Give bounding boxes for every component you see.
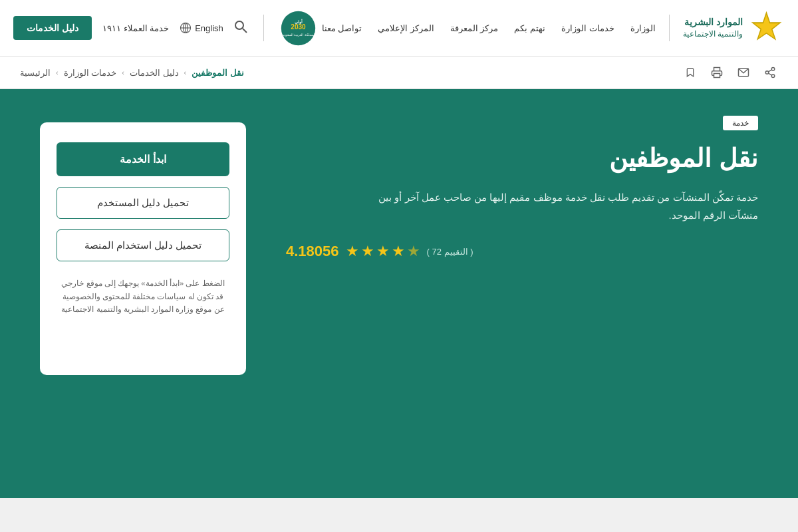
nav-ministry-services[interactable]: خدمات الوزارة [561,23,614,33]
star-4: ★ [392,243,405,260]
breadcrumb-services-guide[interactable]: دليل الخدمات [130,68,179,78]
star-5: ★ [407,243,420,260]
svg-line-16 [768,70,771,72]
breadcrumb-bar: نقل الموظفين › دليل الخدمات › خدمات الوز… [0,57,798,89]
toolbar-icons [682,65,778,80]
svg-point-14 [771,74,775,78]
vision-logo: أولى 2030 لمملكة العربية السعودية [280,10,317,47]
action-card: ابدأ الخدمة تحميل دليل المستخدم تحميل دل… [40,122,246,375]
header-left: أولى 2030 لمملكة العربية السعودية Englis… [13,10,317,47]
svg-text:2030: 2030 [291,23,306,31]
svg-rect-18 [714,74,720,78]
ministry-star-icon [748,10,785,47]
ministry-name-line1: الموارد البشرية [683,16,743,29]
star-1: ★ [346,243,359,260]
download-platform-guide-button[interactable]: تحميل دليل استخدام المنصة [57,229,229,261]
nav-ministry[interactable]: الوزارة [630,23,656,33]
svg-point-6 [235,21,243,29]
rating-row: ( التقييم 72 ) ★ ★ ★ ★ ★ 4.18056 [286,243,758,260]
ministry-logo: الموارد البشرية والتنمية الاجتماعية [683,10,785,47]
breadcrumb-home[interactable]: الرئيسية [20,68,51,78]
breadcrumb-ministry-services[interactable]: خدمات الوزارة [64,68,117,78]
print-icon[interactable] [709,65,725,80]
service-info: خدمة نقل الموظفين خدمة تمكّن المنشآت من … [246,116,758,260]
bookmark-icon[interactable] [682,65,698,80]
rating-count: ( التقييم 72 ) [427,247,473,257]
breadcrumb-current: نقل الموظفين [192,68,244,78]
customer-service-label[interactable]: خدمة العملاء ١٩١١ [102,23,169,33]
ministry-name-line2: والتنمية الاجتماعية [683,29,743,40]
service-badge: خدمة [723,116,758,130]
svg-point-12 [771,68,775,71]
breadcrumb-sep1: › [56,68,59,76]
ministry-text: الموارد البشرية والتنمية الاجتماعية [683,16,743,40]
vision2030-icon: أولى 2030 لمملكة العربية السعودية [280,10,317,47]
search-icon [234,20,247,33]
rating-score: 4.18056 [286,243,339,260]
search-button[interactable] [234,20,247,37]
lang-label: English [195,23,223,33]
breadcrumb-sep3: › [184,68,187,76]
main-content: خدمة نقل الموظفين خدمة تمكّن المنشآت من … [0,89,798,498]
nav-care[interactable]: نهتم بكم [514,23,545,33]
services-guide-button[interactable]: دليل الخدمات [13,16,92,40]
header-divider [669,15,670,41]
start-service-button[interactable]: ابدأ الخدمة [57,142,229,176]
download-user-guide-button[interactable]: تحميل دليل المستخدم [57,187,229,219]
svg-line-15 [768,73,771,75]
main-nav: الوزارة خدمات الوزارة نهتم بكم مركز المع… [322,23,656,33]
nav-knowledge[interactable]: مركز المعرفة [450,23,499,33]
service-description: خدمة تمكّن المنشآت من تقديم طلب نقل خدمة… [359,188,758,224]
svg-point-13 [765,71,769,74]
language-toggle[interactable]: English [180,22,223,34]
divider2 [263,15,264,41]
share-icon[interactable] [762,65,778,80]
svg-line-7 [243,29,247,33]
nav-contact[interactable]: تواصل معنا [322,23,362,33]
nav-media[interactable]: المركز الإعلامي [378,23,434,33]
globe-icon [180,22,192,34]
stars-container: ★ ★ ★ ★ ★ [346,243,420,260]
service-title: نقل الموظفين [286,142,758,175]
breadcrumb-sep2: › [122,68,124,76]
email-icon[interactable] [735,65,751,80]
card-note: الضغط على «ابدأ الخدمة» يوجهك إلى موقع خ… [57,277,229,317]
header-right: الموارد البشرية والتنمية الاجتماعية الوز… [322,10,785,47]
header: الموارد البشرية والتنمية الاجتماعية الوز… [0,0,798,57]
star-3: ★ [376,243,390,260]
star-2: ★ [361,243,374,260]
breadcrumb: نقل الموظفين › دليل الخدمات › خدمات الوز… [20,68,244,78]
